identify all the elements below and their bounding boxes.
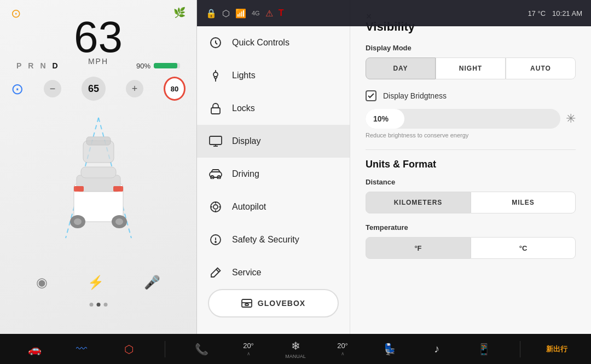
brightness-row: 10% ✳ — [366, 109, 576, 129]
minus-button[interactable]: − — [44, 80, 61, 97]
taskbar-fan[interactable]: ❄ MANUAL — [285, 339, 306, 359]
menu-item-quick-controls[interactable]: Quick Controls — [197, 26, 350, 59]
dot-3 — [103, 303, 107, 307]
brightness-track[interactable]: 10% — [366, 109, 560, 129]
menu-item-lights[interactable]: Lights — [197, 59, 350, 92]
temp-left-value: 20° — [243, 342, 254, 350]
svg-rect-6 — [113, 186, 123, 192]
menu-item-driving[interactable]: Driving — [197, 158, 350, 190]
autopilot-icon — [208, 199, 223, 215]
menu-item-locks[interactable]: Locks — [197, 92, 350, 125]
mobile-icon: 📱 — [477, 343, 491, 356]
energy-icon: ⚡ — [88, 275, 104, 290]
dot-2 — [96, 303, 100, 307]
auto-mode-button[interactable]: AUTO — [506, 57, 576, 79]
mic-icon: 🎤 — [144, 275, 160, 290]
day-mode-button[interactable]: DAY — [366, 57, 436, 79]
svg-rect-34 — [242, 299, 252, 307]
glovebox-label: GLOVEBOX — [258, 299, 305, 308]
taskbar-music[interactable]: ♪ — [426, 343, 448, 355]
battery-pct: 90% — [136, 62, 150, 70]
status-right: 17 °C 10:21 AM — [528, 9, 582, 18]
taskbar-wipers[interactable]: 〰 — [71, 343, 92, 355]
instrument-cluster: ⊙ 🌿 63 MPH P R N D 90% ⊙ − 65 + 80 — [0, 0, 197, 334]
phone-icon: 📞 — [195, 343, 208, 356]
speed-display: 63 MPH — [74, 15, 123, 66]
menu-item-autopilot[interactable]: Autopilot — [197, 190, 350, 223]
driving-label: Driving — [232, 169, 259, 179]
taskbar-alert[interactable]: ⬡ — [118, 343, 140, 356]
page-dots — [89, 303, 107, 307]
km-button[interactable]: KILOMETERS — [366, 192, 471, 213]
display-label: Display — [232, 136, 260, 146]
taskbar-seat[interactable]: 💺 — [379, 343, 401, 356]
bluetooth-icon: ⬡ — [222, 8, 230, 19]
gear-D: D — [53, 61, 59, 70]
svg-rect-17 — [211, 108, 220, 114]
menu-item-service[interactable]: Service — [197, 256, 350, 289]
radar-icon: ◉ — [36, 275, 48, 290]
fan-icon: ❄ — [291, 339, 300, 353]
taskbar-phone-call[interactable]: 📞 — [190, 343, 212, 356]
divider-2 — [520, 341, 520, 357]
brightness-toggle-row: Display Bridgtness — [366, 90, 576, 101]
plus-button[interactable]: + — [126, 80, 143, 97]
quick-controls-label: Quick Controls — [232, 38, 289, 48]
celsius-button[interactable]: °C — [471, 237, 576, 259]
quick-controls-icon — [208, 35, 223, 50]
brightness-fill: 10% — [366, 109, 404, 129]
brightness-value: 10% — [373, 114, 389, 123]
signal-icon: 📶 — [235, 8, 246, 19]
display-mode-buttons: DAY NIGHT AUTO — [366, 57, 576, 79]
tire-warning-icon: ⊙ — [11, 7, 21, 21]
taskbar-temp-left[interactable]: 20° ∧ — [237, 342, 259, 356]
svg-rect-4 — [81, 167, 116, 178]
service-icon — [208, 265, 223, 280]
svg-point-32 — [215, 241, 216, 242]
seat-icon: 💺 — [383, 343, 397, 356]
fan-label: MANUAL — [285, 354, 306, 359]
sun-icon: ✳ — [566, 112, 576, 126]
taskbar-mobile[interactable]: 📱 — [473, 343, 495, 356]
safety-icon — [208, 232, 223, 247]
time-display: 10:21 AM — [552, 9, 582, 18]
svg-point-25 — [213, 205, 218, 209]
brightness-checkbox[interactable] — [366, 90, 376, 101]
temp-right-arrow: ∧ — [341, 351, 345, 356]
4g-label: 4G — [252, 10, 260, 16]
distance-label: Distance — [366, 178, 576, 186]
service-label: Service — [232, 268, 261, 278]
temperature-display: 17 °C — [528, 9, 546, 18]
set-speed: 65 — [82, 77, 106, 101]
wipers-icon: 〰 — [76, 343, 87, 355]
menu-item-display[interactable]: Display — [197, 125, 350, 158]
lights-label: Lights — [232, 71, 256, 80]
svg-rect-18 — [210, 136, 222, 145]
gear-selector: P R N D — [16, 61, 59, 70]
fahrenheit-button[interactable]: °F — [366, 237, 471, 259]
night-mode-button[interactable]: NIGHT — [436, 57, 506, 79]
svg-point-10 — [115, 218, 123, 225]
menu-item-safety[interactable]: Safety & Security — [197, 223, 350, 256]
taskbar-car[interactable]: 🚗 — [24, 343, 45, 356]
status-icons: 🔒 ⬡ 📶 4G ⚠ T — [206, 8, 283, 19]
temperature-buttons: °F °C — [366, 237, 576, 259]
battery-fill — [154, 63, 177, 68]
car-icon: 🚗 — [28, 343, 42, 356]
svg-rect-5 — [74, 186, 84, 192]
brightness-hint: Reduce brightness to conserve energy — [366, 132, 576, 138]
svg-point-8 — [74, 218, 82, 225]
car-visualization — [38, 104, 159, 246]
temperature-label: Temperature — [366, 223, 576, 232]
locks-label: Locks — [232, 103, 255, 113]
battery-bar — [154, 63, 180, 68]
speed-number: 63 — [74, 15, 123, 59]
taskbar-temp-right[interactable]: 20° ∧ — [332, 342, 354, 356]
taskbar-brand: 新出行 — [546, 344, 567, 354]
lights-icon — [208, 68, 223, 83]
glovebox-button[interactable]: GLOVEBOX — [208, 289, 339, 317]
driving-icon — [208, 166, 223, 182]
miles-button[interactable]: MILES — [471, 192, 576, 213]
check-icon — [368, 93, 374, 99]
gear-N: N — [40, 61, 47, 70]
